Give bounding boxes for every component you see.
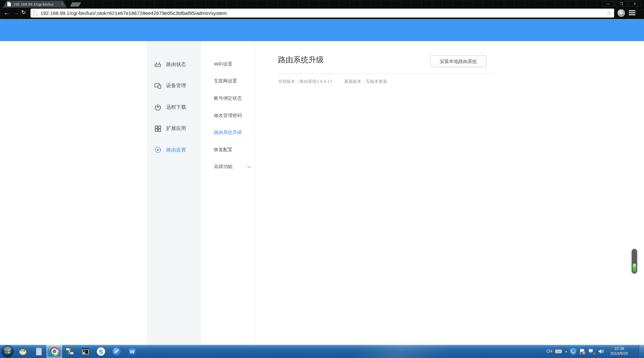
sidebar-item-extended-apps[interactable]: 扩展应用 xyxy=(147,118,201,140)
submenu-item-internet[interactable]: 互联网设置 xyxy=(201,73,255,90)
sogou-icon: S xyxy=(97,347,105,356)
url-page-icon xyxy=(33,11,37,16)
system-tray: CH ▲ xyxy=(544,345,631,358)
network-status-icon[interactable] xyxy=(588,348,595,355)
blue-sphere-icon xyxy=(112,347,121,356)
page-favicon-icon xyxy=(7,2,11,6)
restore-button[interactable]: ❐ xyxy=(615,1,627,7)
chevron-down-icon xyxy=(247,165,251,168)
install-local-system-button[interactable]: 安装本地路由系统 xyxy=(430,55,486,67)
browser-sphere-app-button[interactable] xyxy=(109,345,124,358)
paint-icon xyxy=(19,347,28,356)
settings-submenu: WiFi设置 互联网设置 帐号绑定状态 修改管理密码 路由系统升级 恢复配置 高… xyxy=(201,41,255,345)
submenu-item-wifi[interactable]: WiFi设置 xyxy=(201,56,255,73)
clock-date: 2014/9/20 xyxy=(607,351,631,356)
taskbar-icons: S W xyxy=(15,345,140,358)
submenu-item-advanced[interactable]: 高级功能 xyxy=(201,158,255,176)
wps-w-icon: W xyxy=(128,347,137,356)
window-controls: — ❐ ✕ xyxy=(601,1,641,7)
bookmark-star-icon[interactable]: ☆ xyxy=(607,10,611,16)
submenu-item-admin-password[interactable]: 修改管理密码 xyxy=(201,107,255,124)
apps-grid-icon xyxy=(154,125,162,133)
divider xyxy=(278,74,493,74)
volume-icon[interactable] xyxy=(598,348,605,354)
sidebar-item-label: 路由设置 xyxy=(166,147,186,153)
close-button[interactable]: ✕ xyxy=(629,1,641,7)
tab-close-icon[interactable]: ✕ xyxy=(61,3,64,6)
calculator-app-button[interactable] xyxy=(31,345,46,358)
router-icon xyxy=(154,60,162,68)
svg-text:W: W xyxy=(130,349,135,354)
network-computers-icon xyxy=(65,347,74,356)
taskbar: S W CH xyxy=(0,345,644,358)
screen: 192.168.99.1/cgi-bin/luc ✕ — ❐ ✕ ← → ↻ 1… xyxy=(0,0,644,358)
back-button[interactable]: ← xyxy=(3,9,10,16)
version-info: 当前版本：路由系统1.6.6.17 最新版本：无版本更新 xyxy=(278,79,387,85)
submenu-item-system-upgrade[interactable]: 路由系统升级 xyxy=(201,124,255,141)
submenu-label: WiFi设置 xyxy=(214,61,232,67)
svg-text:S: S xyxy=(99,348,103,355)
submenu-label: 路由系统升级 xyxy=(214,130,242,136)
chrome-app-button[interactable] xyxy=(46,345,62,358)
reload-button[interactable]: ↻ xyxy=(21,9,26,16)
sidebar-item-label: 设备管理 xyxy=(166,83,186,89)
browser-menu-icon[interactable] xyxy=(629,10,635,16)
submenu-label: 修改管理密码 xyxy=(214,113,242,119)
sidebar-item-label: 路由状态 xyxy=(166,61,186,68)
chrome-icon xyxy=(50,347,59,356)
url-text[interactable]: 192.168.99.1/cgi-bin/luci/;stok=621e67e1… xyxy=(40,10,227,16)
submenu-label: 高级功能 xyxy=(214,164,232,170)
network-connection-app-button[interactable] xyxy=(62,345,78,358)
side-progress-widget[interactable] xyxy=(632,249,637,273)
tray-expand-icon[interactable]: ▲ xyxy=(565,350,567,353)
calculator-icon xyxy=(34,347,43,356)
sidebar-item-router-status[interactable]: 路由状态 xyxy=(147,54,201,75)
extension-icon[interactable]: ↻ xyxy=(617,9,625,17)
submenu-item-account-binding[interactable]: 帐号绑定状态 xyxy=(201,90,255,107)
sidebar-item-router-settings[interactable]: 路由设置 xyxy=(147,139,201,161)
sogou-pinyin-app-button[interactable]: S xyxy=(93,345,109,358)
address-bar[interactable]: 192.168.99.1/cgi-bin/luci/;stok=621e67e1… xyxy=(31,9,614,18)
new-tab-button[interactable] xyxy=(70,2,81,7)
primary-sidebar: 路由状态 设备管理 远程下载 扩展应用 xyxy=(147,41,201,345)
security-shield-icon[interactable] xyxy=(570,348,576,355)
clock[interactable]: 10:38 2014/9/20 xyxy=(607,346,631,356)
submenu-label: 恢复配置 xyxy=(214,147,232,153)
console-lock-icon xyxy=(81,347,90,356)
sidebar-item-device-management[interactable]: 设备管理 xyxy=(147,75,201,97)
forward-button[interactable]: → xyxy=(13,9,19,16)
browser-frame: 192.168.99.1/cgi-bin/luc ✕ — ❐ ✕ ← → ↻ 1… xyxy=(0,0,644,19)
submenu-label: 帐号绑定状态 xyxy=(214,95,242,101)
browser-tab[interactable]: 192.168.99.1/cgi-bin/luc ✕ xyxy=(3,1,67,8)
paint-app-button[interactable] xyxy=(15,345,31,358)
gear-icon xyxy=(154,146,162,154)
devices-icon xyxy=(154,82,162,90)
page-title: 路由系统升级 xyxy=(278,55,324,65)
secure-terminal-app-button[interactable] xyxy=(78,345,93,358)
tab-title: 192.168.99.1/cgi-bin/luc xyxy=(13,2,59,6)
windows-flag-icon xyxy=(5,349,10,354)
sidebar-item-label: 扩展应用 xyxy=(166,125,186,132)
minimize-button[interactable]: — xyxy=(602,1,614,7)
show-desktop-button[interactable] xyxy=(639,345,644,358)
current-version-text: 当前版本：路由系统1.6.6.17 xyxy=(278,79,332,84)
clock-time: 10:38 xyxy=(607,346,631,351)
site-header: 新路由 下载客户端 xyxy=(0,19,644,41)
keyboard-icon[interactable] xyxy=(555,349,562,354)
sidebar-item-remote-download[interactable]: 远程下载 xyxy=(147,96,201,118)
language-indicator[interactable]: CH xyxy=(547,349,552,354)
progress-fill xyxy=(633,264,636,272)
action-center-flag-icon[interactable] xyxy=(579,348,586,355)
submenu-item-restore-config[interactable]: 恢复配置 xyxy=(201,141,255,158)
latest-version-text: 最新版本：无版本更新 xyxy=(344,79,387,84)
sidebar-item-label: 远程下载 xyxy=(166,104,186,110)
wps-app-button[interactable]: W xyxy=(124,345,140,358)
start-button[interactable] xyxy=(1,345,14,358)
download-circle-icon xyxy=(154,103,162,111)
download-client-link[interactable]: 下载客户端 xyxy=(469,47,490,53)
submenu-label: 互联网设置 xyxy=(214,78,237,84)
